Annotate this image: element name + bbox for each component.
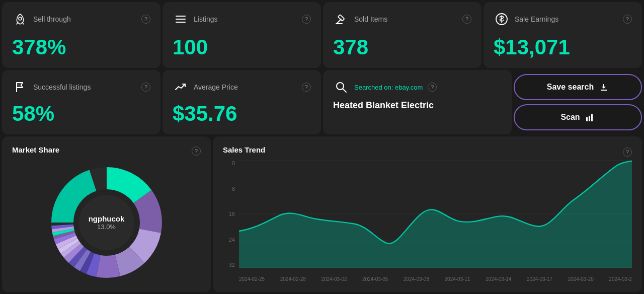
svg-rect-9 xyxy=(586,117,588,121)
listings-help[interactable]: ? xyxy=(302,15,311,24)
x-label-1: 2024-02-28 xyxy=(280,276,306,282)
chart-svg-container xyxy=(239,160,632,268)
donut-wrapper: ngphucok 13.0% xyxy=(46,162,167,283)
chart-svg xyxy=(239,160,632,268)
chart-area: 32 24 16 8 0 xyxy=(223,160,632,283)
market-share-help[interactable]: ? xyxy=(192,146,201,156)
sale-earnings-title: Sale Earnings xyxy=(515,15,618,23)
sold-items-card: Sold Items ? 378 xyxy=(323,2,481,68)
save-search-label: Save search xyxy=(547,83,594,92)
search-icon xyxy=(333,79,349,95)
searched-on-label: Searched on: ebay.com xyxy=(354,84,423,91)
card-header: Sale Earnings ? xyxy=(494,11,632,27)
successful-listings-help[interactable]: ? xyxy=(141,83,150,92)
scan-label: Scan xyxy=(560,113,580,122)
sell-through-value: 378% xyxy=(12,36,150,59)
sold-items-value: 378 xyxy=(333,36,471,59)
listings-value: 100 xyxy=(173,36,311,59)
market-share-title: Market Share xyxy=(12,145,59,154)
x-label-3: 2024-03-05 xyxy=(362,276,388,282)
svg-point-0 xyxy=(19,17,22,20)
x-label-6: 2024-03-14 xyxy=(486,276,511,282)
donut-center-name: ngphucok xyxy=(89,214,125,223)
y-label-0: 0 xyxy=(232,160,235,166)
card-header: Sell through ? xyxy=(12,11,150,27)
y-label-24: 24 xyxy=(229,237,235,243)
x-label-9: 2024-03-2 xyxy=(609,276,632,282)
market-share-card: Market Share ? xyxy=(2,136,211,292)
sell-through-help[interactable]: ? xyxy=(141,15,150,24)
sale-earnings-card: Sale Earnings ? $13,071 xyxy=(484,2,642,68)
card-header: Listings ? xyxy=(173,11,311,27)
search-site: ebay.com xyxy=(395,84,423,91)
x-label-0: 2024-02-25 xyxy=(239,276,265,282)
card-header: Average Price ? xyxy=(173,79,311,95)
donut-chart: ngphucok 13.0% xyxy=(12,162,201,283)
bar-chart-icon xyxy=(585,112,595,122)
searched-on-row: Searched on: ebay.com xyxy=(354,83,423,92)
y-label-8: 8 xyxy=(232,186,235,192)
y-label-16: 16 xyxy=(229,211,235,217)
sale-earnings-value: $13,071 xyxy=(494,36,632,59)
svg-rect-4 xyxy=(338,15,345,21)
x-label-8: 2024-03-20 xyxy=(568,276,594,282)
scan-button[interactable]: Scan xyxy=(514,104,642,130)
svg-line-8 xyxy=(343,89,347,93)
dollar-icon xyxy=(494,11,510,27)
x-label-5: 2024-03-11 xyxy=(445,276,470,282)
svg-rect-10 xyxy=(589,116,590,121)
trending-icon xyxy=(173,79,189,95)
y-label-32: 32 xyxy=(229,262,235,268)
card-header: Successful listings ? xyxy=(12,79,150,95)
listings-title: Listings xyxy=(194,15,297,23)
sold-items-help[interactable]: ? xyxy=(462,15,471,24)
dashboard: Sell through ? 378% Listings ? 100 xyxy=(0,0,644,294)
gavel-icon xyxy=(333,11,349,27)
list-icon xyxy=(173,11,189,27)
actions-panel: Save search Scan xyxy=(514,70,642,134)
sales-trend-help[interactable]: ? xyxy=(623,148,632,157)
listings-card: Listings ? 100 xyxy=(163,2,321,68)
average-price-title: Average Price xyxy=(194,83,297,91)
flag-icon xyxy=(12,79,28,95)
bottom-row: Market Share ? xyxy=(2,136,642,292)
sale-earnings-help[interactable]: ? xyxy=(623,15,632,24)
card-header: Sold Items ? xyxy=(333,11,471,27)
search-term: Heated Blanket Electric xyxy=(333,100,502,111)
rocket-icon xyxy=(12,11,28,27)
donut-center: ngphucok 13.0% xyxy=(79,195,134,250)
sales-trend-title: Sales Trend xyxy=(223,145,265,154)
sales-trend-card: Sales Trend ? 32 24 16 8 0 xyxy=(213,136,642,292)
save-search-button[interactable]: Save search xyxy=(514,74,642,100)
x-label-4: 2024-03-08 xyxy=(404,276,429,282)
average-price-help[interactable]: ? xyxy=(302,83,311,92)
card-header: Searched on: ebay.com ? xyxy=(333,79,502,95)
sell-through-card: Sell through ? 378% xyxy=(2,2,160,68)
sell-through-title: Sell through xyxy=(33,15,136,23)
successful-listings-card: Successful listings ? 58% xyxy=(2,70,160,134)
donut-center-pct: 13.0% xyxy=(97,223,116,231)
top-metrics-row: Sell through ? 378% Listings ? 100 xyxy=(2,2,642,68)
y-axis: 32 24 16 8 0 xyxy=(223,160,238,268)
search-help[interactable]: ? xyxy=(428,83,437,92)
successful-listings-title: Successful listings xyxy=(33,83,136,91)
average-price-value: $35.76 xyxy=(173,102,311,125)
x-axis: 2024-02-25 2024-02-28 2024-03-02 2024-03… xyxy=(239,269,632,283)
successful-listings-value: 58% xyxy=(12,102,150,125)
svg-rect-11 xyxy=(591,114,593,121)
sold-items-title: Sold Items xyxy=(354,15,457,23)
mid-metrics-row: Successful listings ? 58% Average Price … xyxy=(2,70,642,134)
x-label-2: 2024-03-02 xyxy=(321,276,347,282)
save-icon xyxy=(599,82,609,92)
x-label-7: 2024-03-17 xyxy=(527,276,552,282)
average-price-card: Average Price ? $35.76 xyxy=(163,70,321,134)
search-card: Searched on: ebay.com ? Heated Blanket E… xyxy=(323,70,512,134)
